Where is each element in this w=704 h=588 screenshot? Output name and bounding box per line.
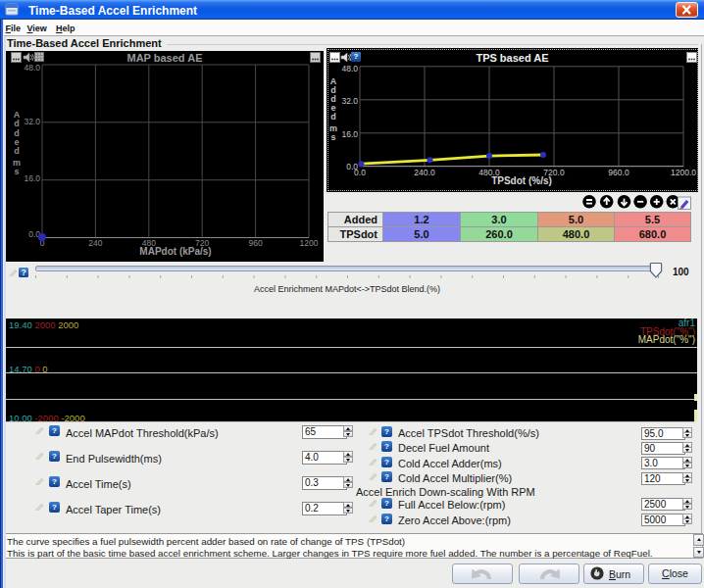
svg-text:d: d — [330, 112, 336, 122]
svg-text:240.0: 240.0 — [414, 168, 435, 177]
svg-text:16.0: 16.0 — [24, 173, 40, 183]
svg-text:960.0: 960.0 — [608, 168, 629, 177]
svg-text:48.0: 48.0 — [24, 63, 40, 73]
svg-text:48.0: 48.0 — [341, 64, 358, 74]
svg-text:MAPdot (kPa/s): MAPdot (kPa/s) — [139, 246, 211, 257]
svg-text:d: d — [14, 146, 20, 156]
svg-text:16.0: 16.0 — [341, 129, 358, 139]
svg-text:TPSdot (%/s): TPSdot (%/s) — [491, 175, 552, 186]
svg-text:240: 240 — [88, 238, 102, 248]
svg-text:1200: 1200 — [300, 238, 319, 248]
svg-text:0.0: 0.0 — [354, 168, 366, 177]
svg-text:s: s — [14, 167, 19, 176]
svg-text:1200.0: 1200.0 — [671, 168, 696, 177]
svg-text:s: s — [330, 132, 335, 142]
svg-text:32.0: 32.0 — [341, 96, 358, 106]
svg-text:d: d — [14, 119, 20, 128]
svg-text:32.0: 32.0 — [24, 117, 40, 126]
svg-text:960: 960 — [249, 238, 263, 248]
